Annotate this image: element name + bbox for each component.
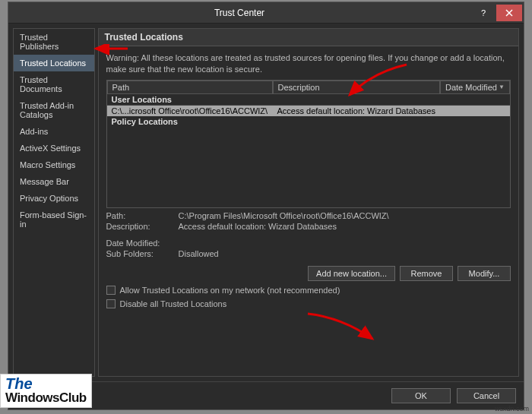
modify-button[interactable]: Modify... — [458, 266, 511, 281]
close-button[interactable] — [496, 5, 522, 21]
disable-all-checkbox[interactable] — [106, 299, 116, 308]
help-button[interactable]: ? — [470, 5, 496, 21]
cell-date — [440, 106, 510, 116]
allow-network-label: Allow Trusted Locations on my network (n… — [120, 286, 340, 295]
sort-arrow-icon: ▼ — [499, 84, 505, 90]
annotation-arrow-icon — [342, 61, 410, 99]
detail-subfolders-label: Sub Folders: — [106, 249, 179, 258]
detail-path-value: C:\Program Files\Microsoft Office\root\O… — [179, 211, 511, 220]
sidebar-item-privacy-options[interactable]: Privacy Options — [14, 190, 94, 207]
section-header: Trusted Locations — [99, 29, 519, 46]
annotation-arrow-icon — [91, 44, 129, 59]
sidebar-item-trusted-addin-catalogs[interactable]: Trusted Add-in Catalogs — [14, 97, 94, 123]
detail-date-label: Date Modified: — [106, 239, 179, 248]
disable-all-label: Disable all Trusted Locations — [120, 299, 227, 308]
sidebar-item-addins[interactable]: Add-ins — [14, 123, 94, 140]
sidebar-item-form-based-signin[interactable]: Form-based Sign-in — [14, 207, 94, 232]
trust-center-window: Trust Center ? Trusted Publishers Truste… — [8, 2, 524, 410]
details-grid: Path: C:\Program Files\Microsoft Office\… — [106, 211, 511, 258]
group-user-locations: User Locations — [107, 94, 511, 106]
window-title: Trust Center — [8, 8, 470, 18]
allow-network-checkbox[interactable] — [106, 286, 116, 295]
annotation-arrow-icon — [304, 310, 380, 344]
add-new-location-button[interactable]: Add new location... — [308, 266, 395, 281]
detail-desc-value: Access default location: Wizard Database… — [179, 222, 511, 231]
sidebar: Trusted Publishers Trusted Locations Tru… — [13, 28, 95, 377]
table-header: Path Description Date Modified▼ — [107, 81, 511, 94]
corner-watermark: wsxdn.com — [495, 405, 529, 412]
detail-path-label: Path: — [106, 211, 179, 220]
sidebar-item-message-bar[interactable]: Message Bar — [14, 173, 94, 190]
table-row[interactable]: C:\...icrosoft Office\root\Office16\ACCW… — [107, 106, 511, 116]
remove-button[interactable]: Remove — [400, 266, 453, 281]
dialog-body: Trusted Publishers Trusted Locations Tru… — [8, 24, 524, 381]
detail-subfolders-value: Disallowed — [179, 249, 511, 258]
group-policy-locations: Policy Locations — [107, 116, 511, 127]
locations-table: Path Description Date Modified▼ User Loc… — [106, 80, 511, 208]
button-row: Add new location... Remove Modify... — [106, 266, 511, 281]
sidebar-item-trusted-documents[interactable]: Trusted Documents — [14, 71, 94, 97]
disable-all-row[interactable]: Disable all Trusted Locations — [106, 299, 511, 308]
titlebar: Trust Center ? — [8, 2, 524, 24]
close-icon — [505, 9, 513, 17]
col-path[interactable]: Path — [107, 81, 273, 94]
col-date-modified[interactable]: Date Modified▼ — [440, 81, 510, 94]
table-empty-area: Policy Locations — [107, 116, 511, 207]
sidebar-item-trusted-locations[interactable]: Trusted Locations — [14, 55, 94, 71]
warning-text: Warning: All these locations are treated… — [106, 52, 511, 75]
cell-desc: Access default location: Wizard Database… — [273, 106, 441, 116]
watermark-logo: The WindowsClub — [0, 374, 92, 408]
sidebar-item-macro-settings[interactable]: Macro Settings — [14, 156, 94, 173]
sidebar-item-activex-settings[interactable]: ActiveX Settings — [14, 140, 94, 156]
cell-path: C:\...icrosoft Office\root\Office16\ACCW… — [107, 106, 273, 116]
ok-button[interactable]: OK — [391, 388, 451, 403]
detail-date-value — [179, 239, 511, 248]
detail-desc-label: Description: — [106, 222, 179, 231]
cancel-button[interactable]: Cancel — [457, 388, 516, 403]
sidebar-item-trusted-publishers[interactable]: Trusted Publishers — [14, 29, 94, 55]
allow-network-row[interactable]: Allow Trusted Locations on my network (n… — [106, 286, 511, 295]
